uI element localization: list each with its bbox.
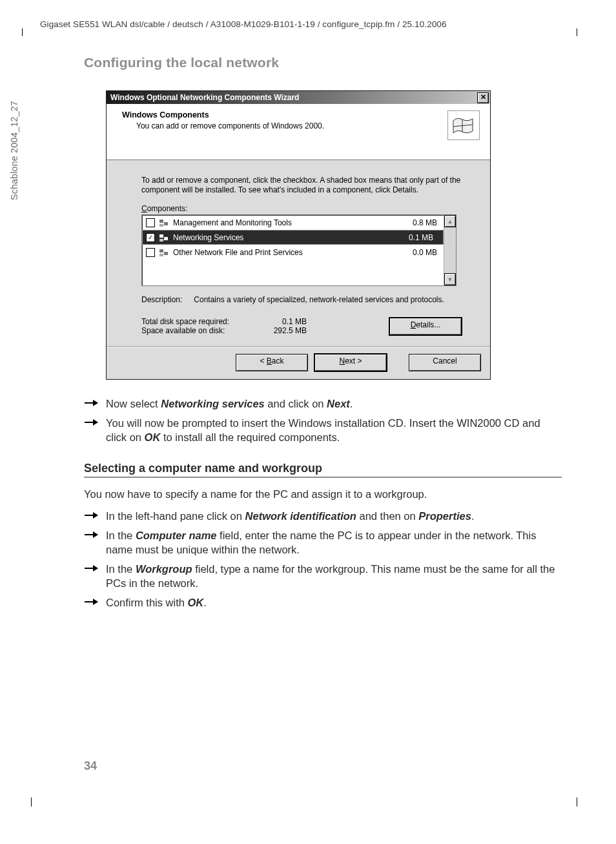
crop-mark xyxy=(31,798,32,807)
list-item-label: Networking Services xyxy=(173,233,405,242)
dialog-help-text: To add or remove a component, click the … xyxy=(141,176,462,195)
checkbox[interactable] xyxy=(146,218,155,227)
back-button[interactable]: < Back xyxy=(236,354,308,371)
scroll-down-button[interactable]: ▼ xyxy=(444,273,456,285)
svg-marker-20 xyxy=(93,565,98,571)
template-label: Schablone 2004_12_27 xyxy=(9,101,19,200)
svg-rect-3 xyxy=(164,222,168,225)
list-item-size: 0.8 MB xyxy=(413,218,440,227)
arrow-icon xyxy=(84,562,99,590)
svg-rect-5 xyxy=(159,234,163,238)
instruction-step: Now select Networking services and click… xyxy=(84,396,562,411)
windows-logo-icon xyxy=(447,110,480,140)
svg-marker-18 xyxy=(93,531,98,538)
svg-rect-4 xyxy=(159,224,163,227)
titlebar-text: Windows Optional Networking Components W… xyxy=(110,93,299,102)
components-label: Components: xyxy=(141,204,462,213)
arrow-icon xyxy=(84,528,99,557)
svg-rect-7 xyxy=(159,239,163,242)
svg-rect-2 xyxy=(159,220,163,223)
arrow-icon xyxy=(84,396,99,411)
section-rule xyxy=(84,477,562,478)
crop-mark xyxy=(22,28,23,36)
component-icon xyxy=(159,233,169,242)
checkbox-checked[interactable]: ✓ xyxy=(146,233,155,242)
instruction-step: In the left-hand pane click on Network i… xyxy=(84,509,562,523)
scroll-track[interactable] xyxy=(444,227,456,273)
instruction-step: In the Workgroup field, type a name for … xyxy=(84,562,562,590)
description: Description: Contains a variety of speci… xyxy=(141,295,462,304)
svg-marker-12 xyxy=(93,400,98,406)
crop-mark xyxy=(577,798,577,807)
cancel-button[interactable]: Cancel xyxy=(409,354,481,371)
scroll-up-button[interactable]: ▲ xyxy=(444,215,456,227)
list-item-size: 0.1 MB xyxy=(409,233,436,242)
svg-rect-6 xyxy=(164,237,168,240)
list-item-selected[interactable]: ✓ Networking Services 0.1 MB xyxy=(142,230,444,245)
list-item-label: Management and Monitoring Tools xyxy=(173,218,409,227)
arrow-icon xyxy=(84,595,99,610)
next-button[interactable]: Next > xyxy=(314,354,387,371)
wizard-dialog: Windows Optional Networking Components W… xyxy=(106,90,491,380)
dialog-header: Windows Components You can add or remove… xyxy=(107,104,490,160)
dialog-heading: Windows Components xyxy=(122,110,324,119)
list-item-size: 0.0 MB xyxy=(413,248,440,257)
page-number: 34 xyxy=(84,759,97,773)
dialog-subheading: You can add or remove components of Wind… xyxy=(136,121,324,130)
wizard-buttons: < Back Next > Cancel xyxy=(236,354,481,371)
scrollbar[interactable]: ▲ ▼ xyxy=(444,215,456,285)
components-listbox[interactable]: Management and Monitoring Tools 0.8 MB ✓… xyxy=(141,214,457,286)
instruction-step: In the Computer name field, enter the na… xyxy=(84,528,562,557)
close-button[interactable]: ✕ xyxy=(477,92,489,103)
svg-marker-14 xyxy=(93,419,98,426)
details-button[interactable]: Details... xyxy=(389,318,462,335)
disk-space: Total disk space required:0.1 MB Space a… xyxy=(141,317,307,335)
titlebar: Windows Optional Networking Components W… xyxy=(107,91,490,104)
instruction-step: You will now be prompted to insert the W… xyxy=(84,416,562,444)
list-item[interactable]: Management and Monitoring Tools 0.8 MB xyxy=(142,215,444,230)
dialog-body: To add or remove a component, click the … xyxy=(107,160,490,342)
section-heading: Selecting a computer name and workgroup xyxy=(84,461,562,475)
list-item-label: Other Network File and Print Services xyxy=(173,248,409,257)
page: Gigaset SE551 WLAN dsl/cable / deutsch /… xyxy=(0,0,616,844)
component-icon xyxy=(159,218,169,227)
component-icon xyxy=(159,248,169,257)
svg-rect-8 xyxy=(159,249,163,252)
crop-mark xyxy=(577,28,577,36)
arrow-icon xyxy=(84,509,99,523)
svg-marker-22 xyxy=(93,599,98,605)
document-body: Now select Networking services and click… xyxy=(84,396,562,615)
arrow-icon xyxy=(84,416,99,444)
svg-rect-10 xyxy=(159,254,163,256)
list-item[interactable]: Other Network File and Print Services 0.… xyxy=(142,245,444,260)
instruction-step: Confirm this with OK. xyxy=(84,595,562,610)
paragraph: You now have to specify a name for the P… xyxy=(84,487,562,501)
svg-marker-16 xyxy=(93,512,98,519)
checkbox[interactable] xyxy=(146,248,155,257)
running-header: Gigaset SE551 WLAN dsl/cable / deutsch /… xyxy=(40,19,577,29)
svg-rect-9 xyxy=(164,252,168,255)
page-title: Configuring the local network xyxy=(84,55,279,70)
